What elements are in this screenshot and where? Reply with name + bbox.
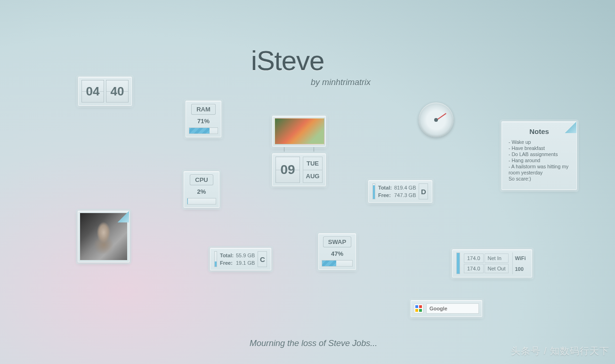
drive-d-widget[interactable]: Total:819.4 GB Free:747.3 GB D <box>368 180 432 203</box>
photo-hanger-icon <box>273 147 325 154</box>
drive-d-bar <box>372 183 375 199</box>
notes-title: Notes <box>509 127 570 135</box>
drive-d-info: Total:819.4 GB Free:747.3 GB <box>378 184 416 199</box>
corner-fold-icon <box>565 122 576 133</box>
clock-hours: 04 <box>81 80 104 103</box>
date-day: 09 <box>275 157 300 183</box>
search-widget[interactable] <box>411 300 482 317</box>
avatar-widget[interactable] <box>78 211 129 262</box>
gauge-hub-icon <box>434 118 438 122</box>
drive-c-info: Total:55.9 GB Free:19.1 GB <box>220 252 255 267</box>
cpu-percent: 2% <box>197 188 206 195</box>
wifi-signal-bar <box>456 253 460 274</box>
wifi-name: WiFi <box>515 255 526 261</box>
swap-percent: 47% <box>331 250 343 257</box>
drive-d-letter: D <box>419 183 428 199</box>
cpu-bar <box>187 198 216 205</box>
wifi-table: 174.0Net In 174.0Net Out <box>463 253 510 274</box>
drive-c-bar <box>214 251 217 267</box>
photo-widget[interactable] <box>272 116 326 147</box>
wifi-signal: 100 <box>515 266 526 272</box>
note-line: So scare:) <box>509 176 570 182</box>
wifi-widget[interactable]: 174.0Net In 174.0Net Out WiFi 100 <box>452 249 532 277</box>
ram-widget[interactable]: RAM 71% <box>186 101 221 137</box>
theme-title: iSteve <box>251 45 324 76</box>
swap-label: SWAP <box>323 237 351 247</box>
notes-body: - Wake up- Have breakfast- Do LAB assign… <box>509 139 570 182</box>
cpu-widget[interactable]: CPU 2% <box>184 171 219 208</box>
theme-footer: Mourning the loss of Steve Jobs... <box>250 339 377 348</box>
date-weekday: TUE <box>303 157 323 170</box>
swap-widget[interactable]: SWAP 47% <box>318 233 356 270</box>
ram-bar <box>189 127 218 134</box>
ram-percent: 71% <box>197 118 210 125</box>
clock-widget[interactable]: 04 40 <box>78 77 132 106</box>
note-line: - Have breakfast <box>509 145 570 151</box>
analog-gauge-widget[interactable] <box>419 103 453 137</box>
drive-c-letter: C <box>258 251 267 267</box>
clock-minutes: 40 <box>106 80 129 103</box>
date-month: AUG <box>303 170 323 183</box>
google-icon <box>414 304 423 313</box>
note-line: - Do LAB assignments <box>509 151 570 158</box>
photo-thumbnail <box>275 118 324 144</box>
note-line: - Hang around <box>509 158 570 164</box>
cpu-label: CPU <box>190 174 213 185</box>
note-line: - A hailstorm was hitting my room yester… <box>509 164 570 176</box>
notes-widget[interactable]: Notes - Wake up- Have breakfast- Do LAB … <box>502 121 577 190</box>
watermark-text: 头条号 / 知数码行天下 <box>511 345 609 357</box>
note-line: - Wake up <box>509 139 570 145</box>
corner-fold-icon <box>118 211 129 222</box>
swap-bar <box>322 260 353 267</box>
ram-label: RAM <box>191 104 216 115</box>
search-input[interactable] <box>426 303 479 314</box>
drive-c-widget[interactable]: Total:55.9 GB Free:19.1 GB C <box>210 248 271 270</box>
date-widget[interactable]: 09 TUE AUG <box>272 153 326 186</box>
theme-byline: by minhtrimatrix <box>311 78 371 87</box>
